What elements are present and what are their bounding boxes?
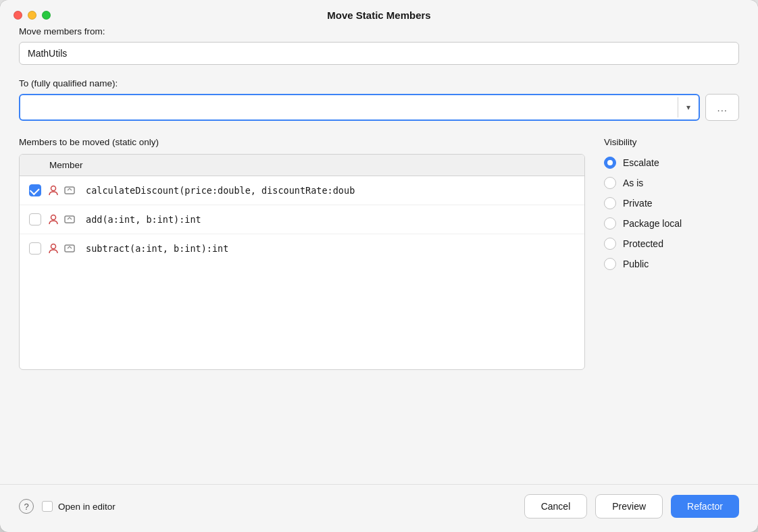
maximize-button[interactable] bbox=[42, 11, 51, 20]
row-2-check-cell[interactable] bbox=[28, 212, 43, 227]
radio-protected[interactable]: Protected bbox=[604, 238, 739, 250]
row-3-checkbox[interactable] bbox=[29, 242, 41, 255]
open-editor-row: Open in editor bbox=[42, 501, 116, 512]
main-section: Members to be moved (static only) Member bbox=[19, 137, 739, 457]
close-button[interactable] bbox=[14, 11, 22, 20]
radio-package-local-label: Package local bbox=[623, 218, 682, 229]
dest-label: To (fully qualified name): bbox=[19, 78, 739, 88]
dest-input-wrapper: ▾ bbox=[19, 94, 700, 121]
radio-escalate-circle[interactable] bbox=[604, 157, 616, 169]
svg-point-4 bbox=[51, 244, 56, 249]
method-icon bbox=[63, 242, 76, 255]
chevron-down-icon: ▾ bbox=[686, 103, 690, 112]
radio-public-circle[interactable] bbox=[604, 258, 616, 270]
radio-private[interactable]: Private bbox=[604, 197, 739, 209]
cancel-button[interactable]: Cancel bbox=[524, 494, 588, 518]
row-3-icons bbox=[47, 242, 82, 255]
radio-escalate-label: Escalate bbox=[623, 157, 659, 168]
radio-package-local-circle[interactable] bbox=[604, 217, 616, 230]
row-3-check-cell[interactable] bbox=[28, 241, 43, 256]
person-icon bbox=[47, 213, 60, 226]
radio-private-circle[interactable] bbox=[604, 197, 616, 209]
members-label: Members to be moved (static only) bbox=[19, 137, 585, 147]
row-1-checkbox[interactable] bbox=[29, 184, 41, 196]
move-static-members-dialog: Move Static Members Move members from: T… bbox=[0, 0, 758, 532]
source-section: Move members from: bbox=[19, 26, 739, 65]
row-2-icons bbox=[47, 213, 82, 226]
dest-browse-button[interactable]: ... bbox=[705, 94, 739, 121]
source-input[interactable] bbox=[19, 42, 739, 65]
members-section: Members to be moved (static only) Member bbox=[19, 137, 585, 457]
row-3-member-name: subtract(a:int, b:int):int bbox=[86, 243, 576, 254]
open-editor-label: Open in editor bbox=[58, 502, 116, 512]
method-icon bbox=[63, 184, 76, 197]
radio-as-is[interactable]: As is bbox=[604, 177, 739, 189]
row-1-icons bbox=[47, 184, 82, 197]
radio-public-label: Public bbox=[623, 259, 649, 269]
help-button[interactable]: ? bbox=[19, 499, 34, 514]
titlebar: Move Static Members bbox=[0, 0, 758, 26]
preview-button[interactable]: Preview bbox=[595, 494, 663, 518]
header-member-col: Member bbox=[49, 160, 576, 170]
minimize-button[interactable] bbox=[28, 11, 36, 20]
row-1-member-name: calculateDiscount(price:double, discount… bbox=[86, 185, 576, 196]
members-table: Member bbox=[19, 154, 585, 370]
dest-section: To (fully qualified name): ▾ ... bbox=[19, 78, 739, 121]
dest-dropdown-button[interactable]: ▾ bbox=[678, 97, 699, 117]
radio-escalate[interactable]: Escalate bbox=[604, 157, 739, 169]
row-2-checkbox[interactable] bbox=[29, 213, 41, 225]
person-icon bbox=[47, 242, 60, 255]
radio-protected-circle[interactable] bbox=[604, 238, 616, 250]
source-label: Move members from: bbox=[19, 26, 739, 36]
svg-point-0 bbox=[51, 186, 56, 191]
table-row: calculateDiscount(price:double, discount… bbox=[20, 176, 584, 205]
refactor-button[interactable]: Refactor bbox=[671, 495, 739, 518]
method-icon bbox=[63, 213, 76, 226]
table-row: add(a:int, b:int):int bbox=[20, 205, 584, 234]
radio-as-is-label: As is bbox=[623, 178, 643, 188]
visibility-section: Visibility Escalate As is Private bbox=[604, 137, 739, 457]
radio-group: Escalate As is Private Package local bbox=[604, 157, 739, 270]
svg-point-2 bbox=[51, 215, 56, 220]
radio-package-local[interactable]: Package local bbox=[604, 217, 739, 230]
radio-public[interactable]: Public bbox=[604, 258, 739, 270]
dest-input-row: ▾ ... bbox=[19, 94, 739, 121]
table-header: Member bbox=[20, 155, 584, 176]
bottom-bar: ? Open in editor Cancel Preview Refactor bbox=[0, 484, 758, 532]
dialog-content: Move members from: To (fully qualified n… bbox=[0, 26, 758, 484]
radio-protected-label: Protected bbox=[623, 238, 663, 249]
open-editor-checkbox[interactable] bbox=[42, 501, 53, 512]
dialog-title: Move Static Members bbox=[327, 9, 430, 21]
visibility-label: Visibility bbox=[604, 137, 739, 147]
table-row: subtract(a:int, b:int):int bbox=[20, 234, 584, 263]
traffic-lights bbox=[14, 11, 51, 20]
row-2-member-name: add(a:int, b:int):int bbox=[86, 214, 576, 225]
radio-as-is-circle[interactable] bbox=[604, 177, 616, 189]
radio-private-label: Private bbox=[623, 198, 653, 209]
person-icon bbox=[47, 184, 60, 197]
row-1-check-cell[interactable] bbox=[28, 183, 43, 198]
dest-input[interactable] bbox=[20, 95, 678, 119]
